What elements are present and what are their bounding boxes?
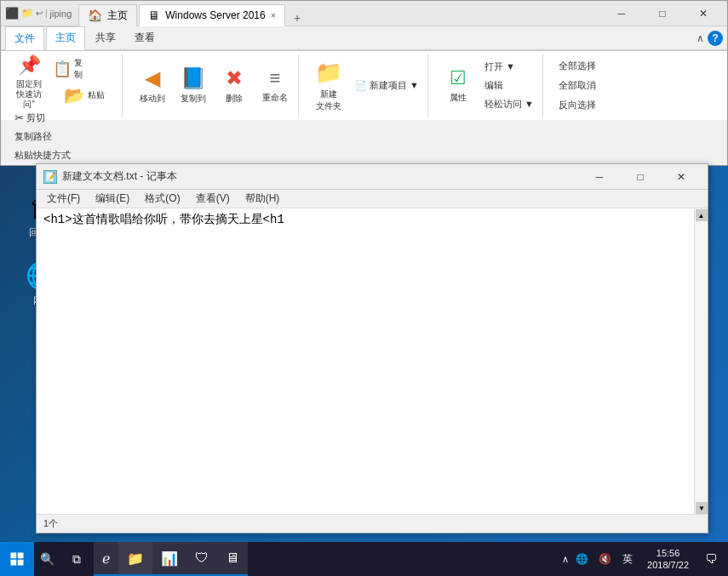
server-tab-label: Windows Server 2016 [165,9,265,21]
close-icon: ✕ [699,8,708,20]
notepad-titlebar: 📝 新建文本文档.txt - 记事本 ─ □ ✕ [37,164,708,190]
scroll-down-button[interactable]: ▼ [696,502,708,514]
network-tray-icon[interactable]: 🌐 [571,542,592,576]
explorer-taskbar-app[interactable]: 📁 [118,542,152,576]
select-all-button[interactable]: 全部选择 [553,58,601,75]
taskbar-clock[interactable]: 15:56 2018/7/22 [640,547,696,572]
easy-access-button[interactable]: 轻松访问 ▼ [479,96,539,113]
delete-label: 删除 [226,93,243,105]
edit-button[interactable]: 编辑 [479,77,539,94]
copy-to-icon: 📘 [181,66,206,90]
volume-tray-icon[interactable]: 🔇 [594,542,615,576]
notepad-menu-view[interactable]: 查看(V) [189,190,237,208]
new-tab-button[interactable]: + [287,9,307,26]
folder-icon-small: 📁 [21,8,33,19]
search-button[interactable]: 🔍 [34,542,60,576]
pin-button[interactable]: 📌 固定到快速访问" [9,56,49,107]
windows-logo-icon [9,551,25,567]
new-item-icon: 📄 [355,80,367,91]
notepad-scrollbar[interactable]: ▲ ▼ [694,208,708,514]
server-tab[interactable]: 🖥 Windows Server 2016 × [139,4,285,26]
explorer-window-buttons: ─ □ ✕ [602,1,723,26]
invert-selection-button[interactable]: 反向选择 [553,97,601,114]
notepad-window: 📝 新建文本文档.txt - 记事本 ─ □ ✕ 文件(F) 编辑(E) 格式(… [36,163,708,533]
svg-rect-1 [18,553,24,559]
notepad-editor-container: <h1>这首情歌唱给你听，带你去摘天上星<h1 ▲ ▼ [37,208,708,514]
minimize-icon: ─ [618,8,626,20]
task-view-button[interactable]: ⧉ [60,542,94,576]
explorer-maximize-button[interactable]: □ [643,1,682,26]
ribbon-tab-share[interactable]: 共享 [87,26,124,50]
paste-shortcut-button[interactable]: 粘贴快捷方式 [9,147,118,164]
pin-icon: 📌 [18,54,41,77]
notepad-menu-edit[interactable]: 编辑(E) [89,190,136,208]
browser-home-tab[interactable]: 🏠 主页 [78,4,137,26]
notification-button[interactable]: 🗨 [698,542,724,576]
open-label: 打开 ▼ [484,60,515,73]
notepad-maximize-icon: □ [637,171,643,183]
notepad-status-text: 1个 [43,517,58,530]
ribbon-group-open: ☑ 属性 打开 ▼ 编辑 轻松访问 ▼ [435,54,543,117]
svg-rect-2 [11,560,17,566]
open-button[interactable]: 打开 ▼ [479,59,539,76]
notepad-maximize-button[interactable]: □ [621,164,660,190]
select-none-button[interactable]: 全部取消 [553,77,601,94]
paste-button[interactable]: 📂 粘贴 [50,83,118,108]
copy-icon: 📋 [53,60,72,78]
copy-to-button[interactable]: 📘 复制到 [174,60,213,111]
powershell-taskbar-app[interactable]: 🛡 [186,542,217,576]
explorer-minimize-button[interactable]: ─ [602,1,641,26]
ribbon-tab-file[interactable]: 文件 [5,26,44,50]
easy-access-label: 轻松访问 ▼ [484,98,534,111]
tray-expand-icon[interactable]: ∧ [562,554,569,565]
cut-button[interactable]: ✂ 剪切 [9,110,118,127]
notification-icon: 🗨 [705,552,717,566]
cut-label: 剪切 [26,111,45,124]
notepad-menu-file[interactable]: 文件(F) [40,190,87,208]
ribbon-group-select: 全部选择 全部取消 反向选择 [550,54,605,117]
start-button[interactable] [0,542,34,576]
notepad-menu-help[interactable]: 帮助(H) [238,190,287,208]
new-item-label: 新建项目 ▼ [370,79,419,92]
explorer-tabs: 🏠 主页 🖥 Windows Server 2016 × + [78,1,602,26]
notepad-menubar: 文件(F) 编辑(E) 格式(O) 查看(V) 帮助(H) [37,190,708,208]
properties-icon: ☑ [450,67,467,89]
delete-button[interactable]: ✖ 删除 [215,60,254,111]
language-indicator[interactable]: 英 [617,542,638,576]
notepad-menu-format[interactable]: 格式(O) [138,190,186,208]
copy-to-label: 复制到 [181,93,206,105]
server-manager-taskbar-app[interactable]: 📊 [152,542,186,576]
explorer-window: ⬛ 📁 ↩ | jiping 🏠 主页 🖥 Windows Server 201… [0,0,728,166]
copy-label: 复制 [74,57,83,81]
home-tab-icon: 🏠 [88,9,102,22]
scroll-up-button[interactable]: ▲ [696,209,708,221]
ie-icon: ℯ [102,550,110,567]
copy-button[interactable]: 📋 复制 [50,56,84,82]
notepad-title: 新建文本文档.txt - 记事本 [62,169,580,184]
copy-path-button[interactable]: 复制路径 [9,128,118,145]
new-item-button[interactable]: 📄 新建项目 ▼ [350,74,424,98]
quick-access-icon: ⬛ [5,7,19,20]
explorer-close-button[interactable]: ✕ [684,1,723,26]
invert-label: 反向选择 [559,99,596,111]
notepad-content: <h1>这首情歌唱给你听，带你去摘天上星<h1 [43,213,284,226]
new-folder-button[interactable]: 📁 新建文件夹 [309,60,348,111]
notepad-minimize-button[interactable]: ─ [580,164,619,190]
notepad-close-button[interactable]: ✕ [662,164,701,190]
notepad-editor[interactable]: <h1>这首情歌唱给你听，带你去摘天上星<h1 [37,208,694,514]
ribbon-tab-view[interactable]: 查看 [126,26,163,50]
ribbon-expand-icon[interactable]: ∧ [696,32,704,44]
ie-taskbar-app[interactable]: ℯ [94,542,118,576]
properties-button[interactable]: ☑ 属性 [439,60,478,111]
move-to-button[interactable]: ◀ 移动到 [133,60,172,111]
explorer-titlebar: ⬛ 📁 ↩ | jiping 🏠 主页 🖥 Windows Server 201… [1,1,727,26]
taskbar: 🔍 ⧉ ℯ 📁 📊 🛡 🖥 ∧ 🌐 🔇 [0,542,728,576]
cmd-taskbar-app[interactable]: 🖥 [217,542,248,576]
notepad-close-icon: ✕ [677,171,685,183]
server-tab-close[interactable]: × [271,10,276,20]
rename-button[interactable]: ≡ 重命名 [255,60,295,111]
new-item-col: 📄 新建项目 ▼ [350,74,424,98]
help-icon[interactable]: ? [708,31,723,46]
select-none-label: 全部取消 [559,79,596,92]
ribbon-tab-home[interactable]: 主页 [46,26,85,50]
